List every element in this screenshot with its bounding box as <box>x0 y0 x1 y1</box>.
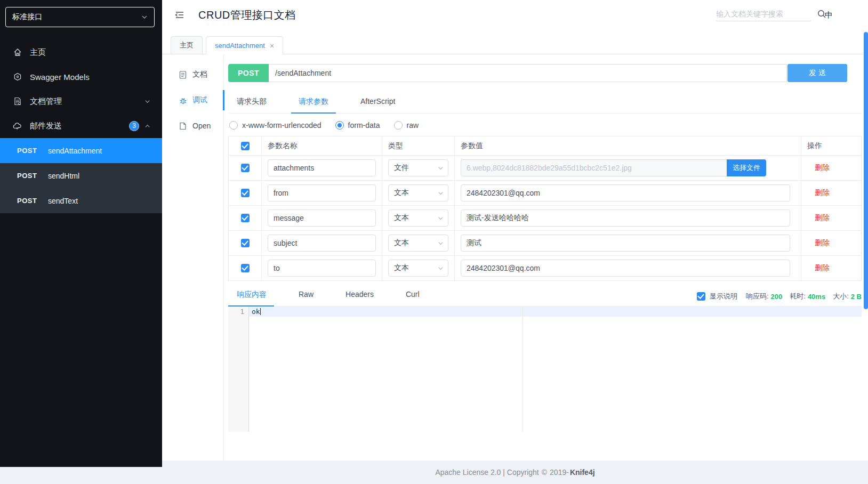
param-value-input <box>461 159 727 176</box>
tab-raw[interactable]: Raw <box>291 290 321 306</box>
sidebar-item-doc-manage[interactable]: 文档管理 <box>0 89 162 114</box>
table-row: 文本 删除 <box>229 206 861 231</box>
time-value: 40ms <box>808 293 825 301</box>
request-bar: POST 发 送 <box>228 64 847 82</box>
sidebar-item-label: 主页 <box>30 47 150 58</box>
row-checkbox[interactable] <box>241 189 250 197</box>
tab-response-content[interactable]: 响应内容 <box>228 290 274 306</box>
sidebar-item-sendhtml[interactable]: POST sendHtml <box>0 163 162 188</box>
http-method-tag: POST <box>228 64 269 82</box>
delete-row-link[interactable]: 删除 <box>807 238 830 248</box>
row-checkbox[interactable] <box>241 214 250 222</box>
tab-request-params[interactable]: 请求参数 <box>291 97 336 113</box>
response-body-editor[interactable]: 1 ok <box>228 306 862 432</box>
delete-row-link[interactable]: 删除 <box>807 213 830 223</box>
tab-home[interactable]: 主页 <box>171 36 203 54</box>
doc-nav-document[interactable]: 文档 <box>162 62 223 87</box>
tab-content: 文档 调试 Open POST <box>162 54 868 461</box>
sidebar-menu: 主页 Swagger Models 文档管理 <box>0 40 162 213</box>
home-icon <box>13 48 22 57</box>
delete-row-link[interactable]: 删除 <box>807 163 830 173</box>
doc-nav-open[interactable]: Open <box>162 113 223 139</box>
row-checkbox[interactable] <box>241 264 250 272</box>
select-all-checkbox[interactable] <box>241 142 250 150</box>
page-title: CRUD管理接口文档 <box>198 8 296 22</box>
column-header: 参数名称 <box>262 136 382 155</box>
language-toggle[interactable]: 中 <box>825 10 833 20</box>
param-name-input[interactable] <box>268 184 376 201</box>
param-name-input[interactable] <box>268 260 376 277</box>
sidebar-item-mail-send[interactable]: 邮件发送 3 <box>0 114 162 138</box>
radio-label: form-data <box>348 121 380 130</box>
param-type-select[interactable]: 文本 <box>388 260 448 277</box>
radio-raw[interactable]: raw <box>394 121 419 130</box>
sidebar: 标准接口 主页 Swagger Models <box>0 0 162 467</box>
delete-row-link[interactable]: 删除 <box>807 263 830 273</box>
doc-nav-label: 调试 <box>192 95 207 105</box>
brand-name: Knife4j <box>570 468 595 477</box>
status-code-label: 响应码: <box>746 292 769 301</box>
sidebar-item-home[interactable]: 主页 <box>0 40 162 64</box>
show-desc-checkbox[interactable] <box>697 292 705 301</box>
sidebar-item-swagger-models[interactable]: Swagger Models <box>0 64 162 89</box>
param-value-input[interactable] <box>461 184 790 201</box>
params-table-header: 参数名称 类型 参数值 操作 <box>229 136 861 156</box>
sidebar-item-sendattachment[interactable]: POST sendAttachment <box>0 138 162 163</box>
chevron-up-icon <box>144 123 150 129</box>
debug-panel: POST 发 送 请求头部 请求参数 AfterScript x-www-for… <box>224 54 868 461</box>
tab-curl[interactable]: Curl <box>398 290 427 306</box>
param-name-input[interactable] <box>268 159 376 176</box>
tab-afterscript[interactable]: AfterScript <box>353 97 403 113</box>
editor-split-divider <box>523 306 523 432</box>
param-type-select[interactable]: 文本 <box>388 184 448 201</box>
choose-file-button[interactable]: 选择文件 <box>727 159 766 176</box>
sidebar-item-sendtext[interactable]: POST sendText <box>0 188 162 213</box>
radio-icon <box>335 121 344 130</box>
sidebar-item-label: 文档管理 <box>30 96 144 107</box>
close-icon[interactable]: × <box>270 42 274 50</box>
row-checkbox[interactable] <box>241 239 250 247</box>
param-type-select[interactable]: 文本 <box>388 209 448 227</box>
document-icon <box>179 71 187 79</box>
search-input[interactable] <box>716 10 813 18</box>
param-type-value: 文本 <box>394 263 438 273</box>
api-group-select[interactable]: 标准接口 <box>5 7 155 27</box>
param-type-value: 文本 <box>394 238 438 248</box>
tab-sendattachment[interactable]: sendAttachment × <box>206 36 283 54</box>
show-desc-label[interactable]: 显示说明 <box>710 292 737 301</box>
param-name-input[interactable] <box>268 235 376 252</box>
delete-row-link[interactable]: 删除 <box>807 188 830 198</box>
request-url-input[interactable] <box>269 69 786 77</box>
sidebar-submenu-mail: POST sendAttachment POST sendHtml POST s… <box>0 138 162 213</box>
sidebar-item-label: 邮件发送 <box>30 121 129 131</box>
tab-headers[interactable]: Headers <box>338 290 381 306</box>
send-button[interactable]: 发 送 <box>787 64 847 82</box>
chevron-down-icon <box>438 215 444 221</box>
param-type-value: 文件 <box>394 163 438 173</box>
radio-label: raw <box>407 121 419 130</box>
param-type-select[interactable]: 文本 <box>388 235 448 252</box>
http-method-label: POST <box>17 172 48 180</box>
radio-x-www-form-urlencoded[interactable]: x-www-form-urlencoded <box>229 121 322 130</box>
row-checkbox[interactable] <box>241 164 250 172</box>
param-value-input[interactable] <box>461 260 790 277</box>
copyright-icon: © <box>542 468 547 477</box>
param-type-select[interactable]: 文件 <box>388 159 448 176</box>
param-name-input[interactable] <box>268 209 376 227</box>
time-label: 耗时: <box>790 292 806 301</box>
http-method-label: POST <box>17 197 48 205</box>
column-header: 类型 <box>382 136 455 155</box>
license-text: Apache License 2.0 | Copyright <box>435 468 539 477</box>
radio-form-data[interactable]: form-data <box>335 121 380 130</box>
param-value-input[interactable] <box>461 209 790 227</box>
tab-request-headers[interactable]: 请求头部 <box>228 97 274 113</box>
param-value-input[interactable] <box>461 235 790 252</box>
response-meta: 显示说明 响应码: 200 耗时: 40ms 大小: 2 B <box>697 292 862 306</box>
doc-nav-label: 文档 <box>192 70 207 79</box>
menu-fold-icon[interactable] <box>174 9 186 21</box>
radio-icon <box>394 121 403 130</box>
doc-nav-debug[interactable]: 调试 <box>162 87 223 113</box>
chevron-down-icon <box>438 165 444 171</box>
editor-code-area[interactable]: ok <box>249 306 862 432</box>
vertical-scrollbar-thumb[interactable] <box>864 32 868 309</box>
